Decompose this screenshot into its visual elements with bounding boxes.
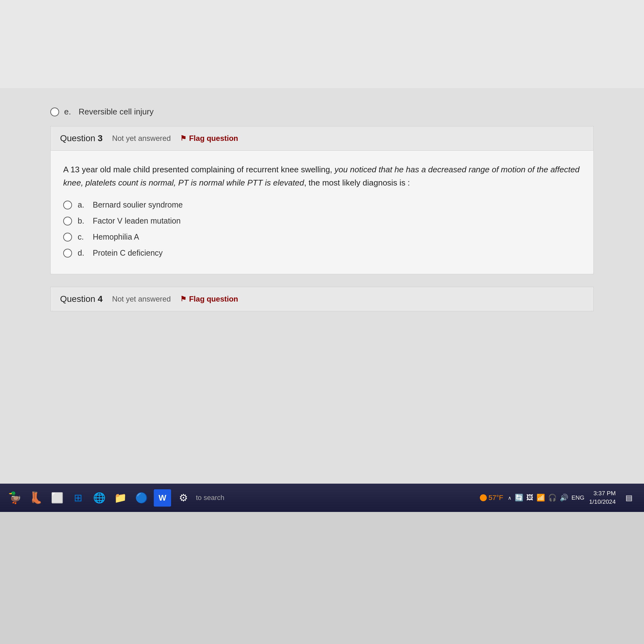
option-b-text: Factor V leaden mutation (93, 216, 180, 225)
taskbar-folder-icon[interactable]: 📁 (112, 489, 129, 507)
question4-title: Question 4 (60, 294, 103, 304)
taskbar-monitor-icon[interactable]: ⬜ (48, 489, 66, 507)
radio-option-c[interactable] (63, 233, 72, 241)
option-c-text: Hemophilia A (93, 232, 139, 241)
bottom-area (0, 512, 644, 644)
language-indicator[interactable]: ENG (571, 494, 584, 501)
option-b-label: b. (78, 216, 87, 225)
taskbar-word-icon[interactable]: W (154, 489, 171, 507)
option-d-label: d. (78, 248, 87, 258)
flag-icon-q4: ⚑ (180, 295, 186, 303)
question3-flag-label: Flag question (189, 134, 238, 143)
question4-status: Not yet answered (112, 295, 171, 303)
flag-icon: ⚑ (180, 134, 186, 142)
weather-widget[interactable]: 57°F (480, 494, 503, 502)
question4-header: Question 4 Not yet answered ⚑ Flag quest… (50, 287, 594, 311)
option-e-text: Reversible cell injury (79, 107, 153, 117)
screen: e. Reversible cell injury Question 3 Not… (0, 0, 644, 644)
list-item: b. Factor V leaden mutation (63, 216, 581, 225)
content-area: e. Reversible cell injury Question 3 Not… (0, 88, 644, 484)
top-area (0, 0, 644, 88)
clock[interactable]: 3:37 PM 1/10/2024 (589, 489, 616, 506)
option-c-label: c. (78, 232, 87, 241)
taskbar-windows-icon[interactable]: ⊞ (69, 489, 87, 507)
taskbar-chrome-icon[interactable]: 🔵 (133, 489, 150, 507)
question4-flag-label: Flag question (189, 295, 238, 303)
list-item: d. Protein C deficiency (63, 248, 581, 258)
tray-sync-icon: 🔄 (515, 494, 523, 502)
taskbar-edge-icon[interactable]: 🌐 (91, 489, 108, 507)
clock-time: 3:37 PM (589, 489, 616, 498)
taskbar-emoji-icon[interactable]: 🦆 (6, 489, 24, 507)
option-a-text: Bernard soulier syndrome (93, 200, 183, 209)
option-a-label: a. (78, 200, 87, 209)
tray-sound-icon[interactable]: 🔊 (560, 494, 568, 502)
option-d-text: Protein C deficiency (93, 248, 163, 258)
weather-temp: 57°F (489, 494, 503, 502)
taskbar-right: 57°F ∧ 🔄 🖼 📶 🎧 🔊 ENG 3:37 PM 1/10/2024 ▤ (480, 489, 638, 507)
question3-header: Question 3 Not yet answered ⚑ Flag quest… (50, 126, 594, 151)
list-item: a. Bernard soulier syndrome (63, 200, 581, 209)
tray-chevron[interactable]: ∧ (508, 495, 512, 501)
radio-option-e[interactable] (50, 108, 59, 116)
list-item: c. Hemophilia A (63, 232, 581, 241)
radio-option-d[interactable] (63, 249, 72, 258)
question3-body: A 13 year old male child presented compl… (50, 151, 594, 274)
question3-options: a. Bernard soulier syndrome b. Factor V … (63, 200, 581, 258)
weather-icon (480, 494, 487, 501)
tray-image-icon: 🖼 (526, 494, 533, 502)
taskbar-boots-icon[interactable]: 👢 (27, 489, 45, 507)
taskbar-search-text: to search (196, 494, 225, 502)
question3-status: Not yet answered (112, 134, 171, 143)
radio-option-b[interactable] (63, 217, 72, 225)
question3-text: A 13 year old male child presented compl… (63, 163, 581, 189)
taskbar: 🦆 👢 ⬜ ⊞ 🌐 📁 🔵 W ⚙ to search 57°F ∧ 🔄 🖼 📶… (0, 484, 644, 512)
radio-option-a[interactable] (63, 201, 72, 209)
system-tray: ∧ 🔄 🖼 📶 🎧 🔊 ENG (508, 494, 584, 502)
taskbar-left: 🦆 👢 ⬜ ⊞ 🌐 📁 🔵 W ⚙ to search (6, 489, 475, 507)
previous-answer: e. Reversible cell injury (50, 101, 594, 126)
question3-flag-button[interactable]: ⚑ Flag question (180, 134, 238, 143)
clock-date: 1/10/2024 (589, 498, 616, 506)
taskbar-show-desktop[interactable]: ▤ (620, 489, 638, 507)
question3-title: Question 3 (60, 133, 103, 143)
taskbar-settings-icon[interactable]: ⚙ (175, 489, 192, 507)
tray-network-icon: 📶 (536, 494, 545, 502)
question4-flag-button[interactable]: ⚑ Flag question (180, 295, 238, 303)
tray-headphone-icon: 🎧 (548, 494, 557, 502)
option-e-label: e. (64, 107, 74, 117)
